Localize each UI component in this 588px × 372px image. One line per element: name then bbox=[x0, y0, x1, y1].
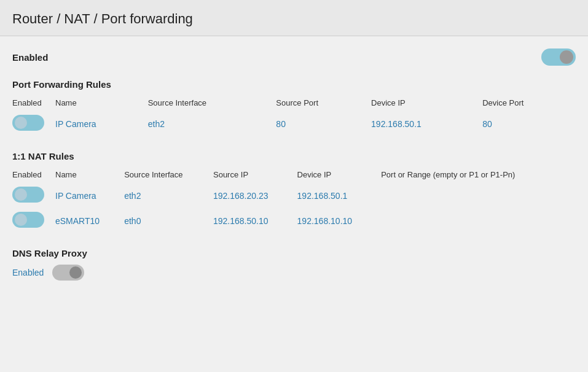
table-row: IP Camera eth2 192.168.20.23 192.168.50.… bbox=[12, 183, 576, 208]
pf-row1-device-ip: 192.168.50.1 bbox=[371, 111, 482, 136]
nat-row2-toggle[interactable] bbox=[12, 212, 44, 228]
dns-relay-title: DNS Relay Proxy bbox=[12, 248, 576, 258]
nat-row1-port-range bbox=[381, 183, 576, 208]
nat-col-device-ip: Device IP bbox=[297, 168, 382, 183]
pf-row1-source-interface: eth2 bbox=[148, 111, 276, 136]
nat-row2-source-interface: eth0 bbox=[124, 208, 213, 233]
nat-col-source-ip: Source IP bbox=[213, 168, 297, 183]
page-header: Router / NAT / Port forwarding bbox=[0, 0, 588, 36]
nat-row1-name: IP Camera bbox=[55, 183, 124, 208]
main-enabled-label: Enabled bbox=[12, 52, 48, 63]
nat-row1-source-ip: 192.168.20.23 bbox=[213, 183, 297, 208]
nat-row2-port-range bbox=[381, 208, 576, 233]
table-row: IP Camera eth2 80 192.168.50.1 80 bbox=[12, 111, 576, 136]
port-forwarding-table: Enabled Name Source Interface Source Por… bbox=[12, 96, 576, 136]
port-forwarding-title: Port Forwarding Rules bbox=[12, 79, 576, 90]
nat-col-name: Name bbox=[55, 168, 124, 183]
nat-row2-name: eSMART10 bbox=[55, 208, 124, 233]
pf-row1-name: IP Camera bbox=[55, 111, 148, 136]
pf-col-device-ip: Device IP bbox=[371, 96, 482, 111]
pf-col-enabled: Enabled bbox=[12, 96, 55, 111]
pf-row1-device-port: 80 bbox=[482, 111, 576, 136]
pf-row1-toggle[interactable] bbox=[12, 115, 44, 131]
nat-row1-device-ip: 192.168.50.1 bbox=[297, 183, 382, 208]
pf-col-source-port: Source Port bbox=[276, 96, 371, 111]
nat-row2-source-ip: 192.168.50.10 bbox=[213, 208, 297, 233]
pf-col-source-interface: Source Interface bbox=[148, 96, 276, 111]
nat-rules-table: Enabled Name Source Interface Source IP … bbox=[12, 168, 576, 233]
port-forwarding-section: Port Forwarding Rules Enabled Name Sourc… bbox=[12, 79, 576, 136]
pf-row1-source-port: 80 bbox=[276, 111, 371, 136]
page-title: Router / NAT / Port forwarding bbox=[12, 11, 576, 27]
nat-col-source-interface: Source Interface bbox=[124, 168, 213, 183]
pf-col-name: Name bbox=[55, 96, 148, 111]
nat-row1-source-interface: eth2 bbox=[124, 183, 213, 208]
dns-enabled-toggle[interactable] bbox=[52, 265, 84, 281]
pf-col-device-port: Device Port bbox=[482, 96, 576, 111]
nat-col-enabled: Enabled bbox=[12, 168, 55, 183]
nat-rules-title: 1:1 NAT Rules bbox=[12, 151, 576, 161]
dns-enabled-label: Enabled bbox=[12, 268, 44, 277]
dns-relay-section: DNS Relay Proxy Enabled bbox=[12, 248, 576, 281]
main-enabled-toggle[interactable] bbox=[541, 48, 576, 66]
nat-row2-device-ip: 192.168.10.10 bbox=[297, 208, 382, 233]
nat-col-port-range: Port or Range (empty or P1 or P1-Pn) bbox=[381, 168, 576, 183]
table-row: eSMART10 eth0 192.168.50.10 192.168.10.1… bbox=[12, 208, 576, 233]
nat-row1-toggle[interactable] bbox=[12, 187, 44, 203]
nat-rules-section: 1:1 NAT Rules Enabled Name Source Interf… bbox=[12, 151, 576, 233]
